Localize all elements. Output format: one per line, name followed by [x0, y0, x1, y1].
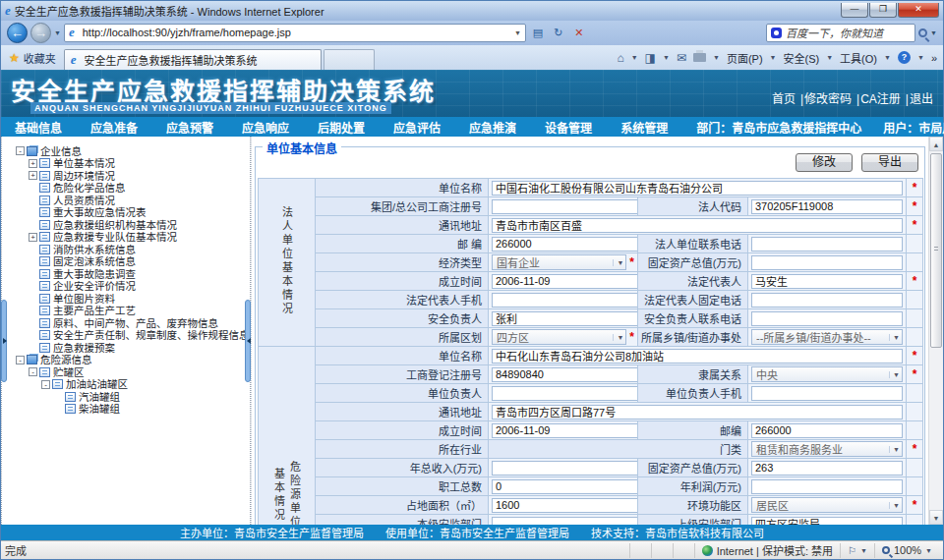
menu-item-1[interactable]: 应急准备 — [90, 119, 138, 136]
collapse-icon[interactable]: - — [16, 146, 25, 155]
tree-item[interactable]: -加油站油罐区 — [10, 378, 250, 391]
search-input[interactable]: 百度一下，你就知道 — [786, 25, 911, 40]
address-bar[interactable]: e http://localhost:90/yjzh/frame/homepag… — [64, 24, 526, 42]
search-icon[interactable] — [918, 28, 927, 37]
form-input[interactable] — [492, 218, 903, 233]
form-input[interactable] — [492, 274, 638, 289]
menu-item-6[interactable]: 应急推演 — [469, 119, 516, 136]
top-link[interactable]: CA注册 — [860, 92, 901, 106]
tree-item[interactable]: -贮罐区 — [10, 365, 250, 378]
scroll-down-icon[interactable]: ▼ — [929, 510, 943, 525]
menu-item-4[interactable]: 后期处置 — [318, 119, 365, 136]
tree-item[interactable]: 主要产品生产工艺 — [10, 305, 250, 317]
scroll-up-icon[interactable]: ▲ — [929, 137, 943, 151]
tree-item[interactable]: 危险化学品信息 — [10, 182, 250, 195]
form-input[interactable] — [492, 498, 638, 513]
popup-blocker-segment[interactable]: ⚐ ▼ — [840, 543, 874, 558]
form-input[interactable] — [751, 517, 903, 525]
search-dropdown-icon[interactable]: ▼ — [930, 29, 937, 36]
tree-splitter-handle[interactable] — [245, 300, 251, 382]
feeds-dropdown-icon[interactable]: ▼ — [663, 54, 670, 61]
home-dropdown-icon[interactable]: ▼ — [631, 54, 638, 61]
expand-icon[interactable]: + — [29, 233, 37, 242]
tree-item[interactable]: 重大事故隐患调查 — [10, 267, 250, 280]
address-dropdown-icon[interactable]: ▼ — [514, 29, 521, 36]
zoom-control[interactable]: 100% ▼ — [874, 543, 939, 558]
form-input[interactable] — [492, 461, 638, 476]
vertical-scrollbar[interactable]: ▲ ▼ — [928, 137, 943, 525]
form-input[interactable] — [492, 405, 903, 420]
collapse-icon[interactable]: - — [29, 367, 37, 376]
history-dropdown-icon[interactable]: ▼ — [54, 29, 61, 36]
favorites-button[interactable]: ★ 收藏夹 — [7, 50, 64, 70]
form-select[interactable]: 四方区▼ — [492, 329, 626, 345]
active-tab[interactable]: e 安全生产应急救援指挥辅助决策系统 — [64, 49, 322, 70]
tools-menu[interactable]: 工具(O) — [840, 50, 877, 66]
tree-item[interactable]: +周边环境情况 — [10, 169, 250, 182]
page-menu[interactable]: 页面(P) — [727, 50, 763, 66]
maximize-button[interactable]: ❐ — [869, 3, 897, 18]
form-input[interactable] — [492, 181, 903, 196]
modify-button[interactable]: 修改 — [796, 153, 853, 172]
form-select[interactable]: 居民区▼ — [751, 497, 903, 513]
tree-item[interactable]: -危险源信息 — [10, 354, 250, 366]
form-input[interactable] — [751, 386, 903, 401]
form-input[interactable] — [751, 423, 903, 438]
help-icon[interactable]: ? — [898, 51, 911, 64]
print-dropdown-icon[interactable]: ▼ — [713, 54, 720, 61]
form-input[interactable] — [751, 199, 903, 214]
refresh-button[interactable]: ↻ — [550, 24, 567, 41]
form-input[interactable] — [492, 199, 638, 214]
menu-item-5[interactable]: 应急评估 — [393, 119, 441, 136]
form-input[interactable] — [492, 386, 638, 401]
export-button[interactable]: 导出 — [861, 153, 918, 172]
mail-icon[interactable]: ✉ — [677, 51, 686, 65]
tree-item[interactable]: 重大事故应急情况表 — [10, 206, 250, 219]
tree-item[interactable]: 原料、中间产物、产品、废弃物信息 — [10, 316, 250, 329]
menu-item-8[interactable]: 系统管理 — [620, 119, 668, 136]
collapse-icon[interactable]: - — [41, 380, 50, 389]
form-input[interactable] — [492, 367, 638, 382]
tree-item[interactable]: 柴油罐组 — [10, 403, 250, 416]
search-box[interactable]: 百度一下，你就知道 — [766, 24, 915, 42]
form-input[interactable] — [492, 349, 903, 364]
form-input[interactable] — [751, 479, 903, 494]
menu-item-2[interactable]: 应急预警 — [166, 119, 213, 136]
left-splitter-handle[interactable] — [1, 300, 7, 382]
top-link[interactable]: 首页 — [772, 92, 796, 106]
new-tab-button[interactable] — [324, 49, 375, 70]
form-select[interactable]: --所属乡镇/街道办事处--▼ — [751, 329, 903, 345]
form-input[interactable] — [751, 274, 903, 289]
tree-item[interactable]: 应急救援组织机构基本情况 — [10, 218, 250, 231]
form-input[interactable] — [492, 479, 638, 494]
tree-item[interactable]: 单位图片资料 — [10, 292, 250, 305]
tree-item[interactable]: 汽油罐组 — [10, 390, 250, 403]
tree-item[interactable]: 安全生产责任制、规章制度、操作规程信息 — [10, 329, 250, 342]
forward-button[interactable]: → — [30, 23, 51, 43]
top-link[interactable]: 修改密码 — [804, 92, 852, 106]
back-button[interactable]: ← — [7, 23, 28, 43]
tree-item[interactable]: 人员资质情况 — [10, 194, 250, 206]
safety-menu[interactable]: 安全(S) — [784, 50, 820, 66]
tree-item[interactable]: +单位基本情况 — [10, 157, 250, 170]
form-input[interactable] — [492, 237, 638, 252]
menu-item-3[interactable]: 应急响应 — [242, 119, 289, 136]
expand-icon[interactable]: + — [29, 159, 37, 168]
form-select[interactable]: 国有企业▼ — [492, 254, 626, 270]
form-input[interactable] — [492, 423, 638, 438]
compatibility-view-icon[interactable]: ▤ — [529, 24, 547, 41]
print-icon[interactable] — [693, 53, 706, 62]
tree-item[interactable]: 应急救援预案 — [10, 341, 250, 354]
more-commands[interactable]: » — [931, 52, 937, 64]
menu-item-7[interactable]: 设备管理 — [545, 119, 592, 136]
form-input[interactable] — [751, 293, 903, 308]
stop-button[interactable]: ✕ — [570, 24, 588, 41]
form-select[interactable]: 中央▼ — [751, 366, 903, 382]
form-input[interactable] — [492, 311, 638, 326]
scrollbar-thumb[interactable] — [930, 153, 942, 348]
address-url[interactable]: http://localhost:90/yjzh/frame/homepage.… — [83, 27, 510, 38]
form-select[interactable]: 租赁和商务服务业▼ — [751, 441, 903, 457]
form-input[interactable] — [492, 293, 638, 308]
form-input[interactable] — [751, 255, 903, 270]
tree-item[interactable]: +应急救援专业队伍基本情况 — [10, 231, 250, 244]
